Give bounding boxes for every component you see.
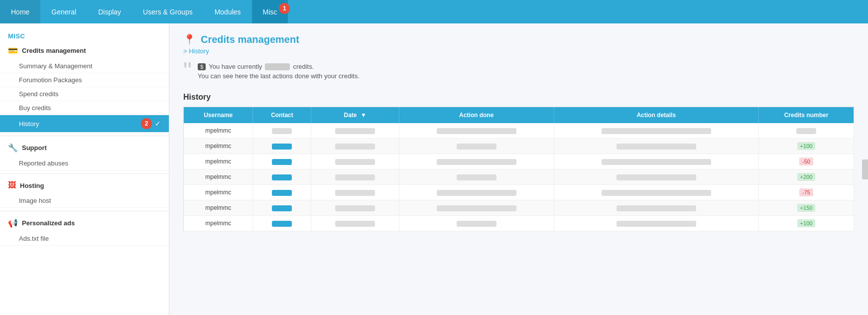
nav-display-label: Display (98, 8, 121, 16)
nav-home[interactable]: Home (0, 0, 40, 23)
check-icon: ✓ (155, 120, 161, 128)
cell-action (399, 123, 554, 139)
cell-username: mpelmmc (184, 169, 253, 185)
nav-display[interactable]: Display (87, 0, 132, 23)
main-content: 📍 Credits management > History " $ You h… (169, 23, 868, 315)
cell-date (311, 123, 399, 139)
cell-credits (759, 123, 854, 139)
sidebar-item-summary[interactable]: Summary & Management (0, 59, 169, 73)
nav-general[interactable]: General (40, 0, 87, 23)
quote-icon: " (183, 59, 192, 83)
ads-icon: 📢 (8, 218, 18, 228)
sidebar-item-reported-abuses[interactable]: Reported abuses (0, 157, 169, 170)
cell-contact (253, 169, 311, 185)
nav-misc[interactable]: Misc 1 (252, 0, 288, 23)
cell-username: mpelmmc (184, 216, 253, 231)
sidebar-group-ads[interactable]: 📢 Personalized ads (0, 214, 169, 232)
sidebar: MISC 💳 Credits management Summary & Mana… (0, 23, 169, 315)
sidebar-item-history[interactable]: History 2 ✓ (0, 115, 169, 133)
sidebar-item-history-label: History (19, 120, 39, 128)
cell-action (399, 169, 554, 185)
cell-contact (253, 123, 311, 139)
support-group-label: Support (22, 144, 47, 152)
sort-icon: ▼ (361, 112, 367, 119)
cell-action (399, 216, 554, 231)
credit-badge: -50 (799, 158, 813, 165)
cell-details (554, 154, 758, 169)
cell-username: mpelmmc (184, 154, 253, 169)
info-box: " $ You have currently credits. You can … (183, 63, 854, 83)
credit-badge: +100 (797, 142, 816, 150)
cell-contact (253, 200, 311, 216)
table-row: mpelmmc +200 (184, 169, 854, 185)
col-action-done: Action done (399, 107, 554, 124)
col-date[interactable]: Date ▼ (311, 107, 399, 124)
sidebar-item-buy-label: Buy credits (19, 104, 51, 112)
sidebar-group-credits[interactable]: 💳 Credits management (0, 42, 169, 59)
page-title: Credits management (201, 34, 299, 45)
cell-contact (253, 216, 311, 231)
table-row: mpelmmc +150 (184, 200, 854, 216)
table-body: mpelmmc mpelmmc +100 (184, 123, 854, 231)
cell-contact (253, 185, 311, 200)
sidebar-item-ads-txt-label: Ads.txt file (19, 235, 49, 242)
divider-3 (0, 211, 169, 211)
credits-sub-text: You can see here the last actions done w… (198, 72, 360, 80)
table-header: Username Contact Date ▼ Action done Acti… (184, 107, 854, 124)
history-section-title: History (183, 93, 854, 102)
cell-details (554, 216, 758, 231)
credit-badge: -75 (799, 188, 813, 196)
sidebar-item-buy[interactable]: Buy credits (0, 101, 169, 115)
sidebar-group-hosting[interactable]: 🖼 Hosting (0, 177, 169, 194)
sidebar-item-packages-label: Forumotion Packages (19, 76, 82, 84)
cell-details (554, 169, 758, 185)
info-text: $ You have currently credits. You can se… (198, 63, 360, 82)
cell-details (554, 185, 758, 200)
cell-username: mpelmmc (184, 200, 253, 216)
sidebar-item-spend[interactable]: Spend credits (0, 87, 169, 101)
cell-date (311, 154, 399, 169)
table-row: mpelmmc -50 (184, 154, 854, 169)
sidebar-item-ads-txt[interactable]: Ads.txt file (0, 232, 169, 246)
table-row: mpelmmc +100 (184, 139, 854, 154)
cell-action (399, 139, 554, 154)
nav-modules-label: Modules (215, 8, 241, 16)
sidebar-item-reported-abuses-label: Reported abuses (19, 159, 68, 167)
credit-badge: +200 (797, 173, 816, 181)
cell-contact (253, 154, 311, 169)
nav-users-groups[interactable]: Users & Groups (132, 0, 204, 23)
nav-modules[interactable]: Modules (204, 0, 252, 23)
cell-username: mpelmmc (184, 139, 253, 154)
sidebar-group-support[interactable]: 🔧 Support (0, 139, 169, 157)
misc-badge: 1 (279, 3, 290, 14)
breadcrumb[interactable]: > History (183, 47, 854, 55)
col-action-details: Action details (554, 107, 758, 124)
credits-icon: 💳 (8, 46, 18, 55)
col-contact: Contact (253, 107, 311, 124)
page-header: 📍 Credits management (183, 33, 854, 45)
page-title-icon: 📍 (183, 33, 196, 45)
sidebar-item-packages[interactable]: Forumotion Packages (0, 73, 169, 87)
ads-group-label: Personalized ads (22, 219, 75, 227)
table-row: mpelmmc (184, 123, 854, 139)
cell-credits: +200 (759, 169, 854, 185)
cell-details (554, 123, 758, 139)
nav-home-label: Home (11, 8, 29, 16)
cell-credits: -50 (759, 154, 854, 169)
cell-action (399, 154, 554, 169)
credits-blurred-value (265, 63, 290, 70)
top-nav: Home General Display Users & Groups Modu… (0, 0, 868, 23)
nav-misc-label: Misc (263, 8, 277, 16)
sidebar-item-spend-label: Spend credits (19, 90, 59, 98)
cell-username: mpelmmc (184, 123, 253, 139)
hosting-icon: 🖼 (8, 181, 16, 190)
scroll-handle[interactable] (862, 159, 868, 179)
sidebar-item-image-host[interactable]: Image host (0, 194, 169, 208)
credits-coin-icon: $ (198, 63, 206, 70)
nav-users-groups-label: Users & Groups (143, 8, 193, 16)
divider-2 (0, 173, 169, 174)
cell-credits: +100 (759, 216, 854, 231)
cell-date (311, 200, 399, 216)
history-badge: 2 (141, 118, 152, 129)
table-row: mpelmmc -75 (184, 185, 854, 200)
